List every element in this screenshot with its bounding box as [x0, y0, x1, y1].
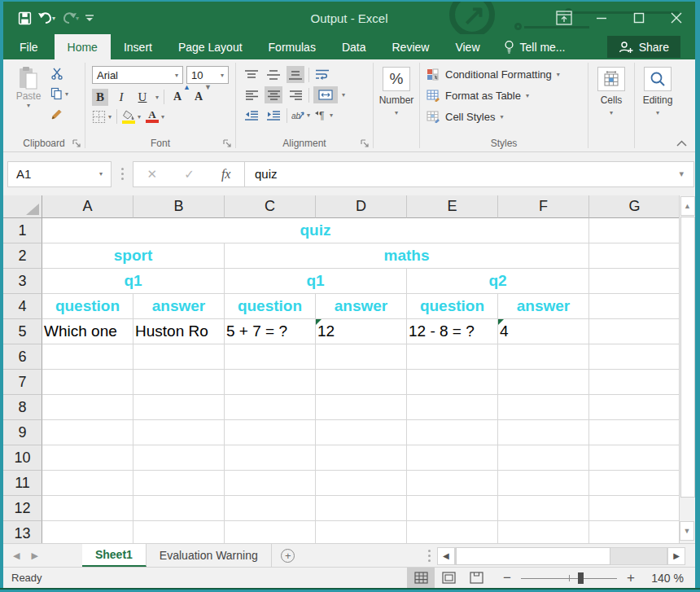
cell-F9[interactable] [498, 420, 589, 445]
cell-E11[interactable] [407, 471, 498, 496]
middle-align-button[interactable] [265, 66, 282, 83]
cell-D4[interactable]: answer [316, 294, 407, 319]
cell-C4[interactable]: question [225, 294, 316, 319]
cell-B7[interactable] [133, 370, 225, 395]
align-center-button[interactable] [265, 86, 282, 103]
confirm-entry-icon[interactable]: ✓ [184, 167, 195, 182]
column-header-G[interactable]: G [589, 195, 680, 218]
wrap-text-button[interactable] [313, 66, 331, 83]
zoom-slider-handle[interactable] [578, 572, 584, 584]
cell-A12[interactable] [42, 496, 133, 521]
cell-A9[interactable] [42, 420, 133, 445]
row-header-6[interactable]: 6 [3, 344, 42, 370]
cell-F5[interactable]: 4 [498, 319, 589, 344]
tab-splitter[interactable] [428, 550, 431, 562]
cell-D10[interactable] [316, 445, 407, 471]
horizontal-scroll-thumb[interactable] [456, 547, 610, 565]
cell-styles-button[interactable]: Cell Styles ▾ [427, 106, 588, 127]
cell-B4[interactable]: answer [133, 294, 225, 319]
cell-G13[interactable] [589, 521, 680, 543]
cell-A6[interactable] [42, 344, 133, 370]
underline-dropdown-icon[interactable]: ▾ [155, 94, 159, 101]
cell-C11[interactable] [225, 471, 316, 496]
zoom-slider[interactable] [521, 572, 617, 584]
sheet-tab-evaluation-warning[interactable]: Evaluation Warning [147, 544, 272, 567]
cell-B5[interactable]: Huston Ro [133, 319, 225, 344]
cell-F8[interactable] [498, 395, 589, 420]
cell-E3[interactable]: q2 [407, 269, 589, 294]
column-header-A[interactable]: A [42, 195, 133, 218]
clipboard-dialog-launcher[interactable] [72, 139, 81, 148]
cell-C8[interactable] [225, 395, 316, 420]
cell-A11[interactable] [42, 471, 133, 496]
row-header-13[interactable]: 13 [3, 521, 42, 543]
cell-F11[interactable] [498, 471, 589, 496]
insert-function-button[interactable]: fx [221, 167, 231, 182]
row-header-2[interactable]: 2 [3, 243, 42, 269]
cell-C9[interactable] [225, 420, 316, 445]
cell-C3[interactable]: q1 [225, 269, 407, 294]
cell-G12[interactable] [589, 496, 680, 521]
row-header-11[interactable]: 11 [3, 471, 42, 496]
cell-B12[interactable] [133, 496, 225, 521]
cell-C2[interactable]: maths [225, 243, 589, 269]
column-header-F[interactable]: F [498, 195, 589, 218]
cell-C12[interactable] [225, 496, 316, 521]
cell-G8[interactable] [589, 395, 680, 420]
page-layout-view-button[interactable] [435, 568, 462, 588]
scroll-up-arrow[interactable]: ▲ [680, 196, 695, 216]
bold-button[interactable]: B [92, 89, 108, 106]
cell-D11[interactable] [316, 471, 407, 496]
orientation-button[interactable]: ab ▾ [291, 108, 310, 123]
cell-E5[interactable]: 12 - 8 = ? [407, 319, 498, 344]
row-header-9[interactable]: 9 [3, 420, 42, 445]
cell-A2[interactable]: sport [42, 243, 225, 269]
cell-A4[interactable]: question [42, 294, 133, 319]
cell-B13[interactable] [133, 521, 225, 543]
alignment-dialog-launcher[interactable] [361, 139, 370, 148]
format-as-table-button[interactable]: Format as Table ▾ [427, 85, 588, 106]
cell-D9[interactable] [316, 420, 407, 445]
cell-C5[interactable]: 5 + 7 = ? [225, 319, 316, 344]
paste-button[interactable]: Paste ▾ [11, 66, 46, 109]
bottom-align-button[interactable] [287, 66, 304, 83]
sheet-tab-sheet1[interactable]: Sheet1 [82, 544, 147, 567]
zoom-level[interactable]: 140 % [645, 572, 684, 585]
cell-G11[interactable] [589, 471, 680, 496]
cell-E9[interactable] [407, 420, 498, 445]
cell-B11[interactable] [133, 471, 225, 496]
cell-G9[interactable] [589, 420, 680, 445]
cell-D6[interactable] [316, 344, 407, 370]
cell-G5[interactable] [589, 319, 680, 344]
cell-F7[interactable] [498, 370, 589, 395]
paste-dropdown-icon[interactable]: ▾ [11, 102, 46, 109]
maximize-button[interactable] [620, 2, 658, 34]
tab-home[interactable]: Home [55, 34, 111, 59]
cell-F4[interactable]: answer [498, 294, 589, 319]
cells-group-button[interactable]: Cells ▾ [588, 64, 634, 116]
cell-A10[interactable] [42, 445, 133, 471]
row-header-4[interactable]: 4 [3, 294, 42, 319]
qat-customize-button[interactable] [85, 12, 94, 24]
cell-C6[interactable] [225, 344, 316, 370]
expand-formula-bar-icon[interactable]: ▾ [679, 169, 684, 179]
next-sheet-button[interactable]: ▶ [31, 550, 37, 561]
scroll-left-arrow[interactable]: ◀ [437, 547, 455, 565]
tab-view[interactable]: View [442, 34, 492, 59]
fill-color-dropdown-icon[interactable]: ▾ [138, 113, 141, 121]
font-name-combo[interactable]: Arial▾ [92, 66, 183, 84]
row-header-5[interactable]: 5 [3, 319, 42, 344]
cell-D8[interactable] [316, 395, 407, 420]
cell-B9[interactable] [133, 420, 225, 445]
cell-D7[interactable] [316, 370, 407, 395]
page-break-preview-button[interactable] [462, 568, 490, 588]
tab-data[interactable]: Data [329, 34, 379, 59]
cell-E10[interactable] [407, 445, 498, 471]
cell-C7[interactable] [225, 370, 316, 395]
font-color-button[interactable]: A ▾ [146, 109, 164, 124]
merge-center-button[interactable] [313, 86, 338, 103]
cell-A7[interactable] [42, 370, 133, 395]
minimize-button[interactable] [583, 2, 620, 34]
text-direction-dropdown-icon[interactable]: ▾ [330, 112, 333, 119]
text-direction-button[interactable]: ¶ ▾ [314, 108, 333, 123]
